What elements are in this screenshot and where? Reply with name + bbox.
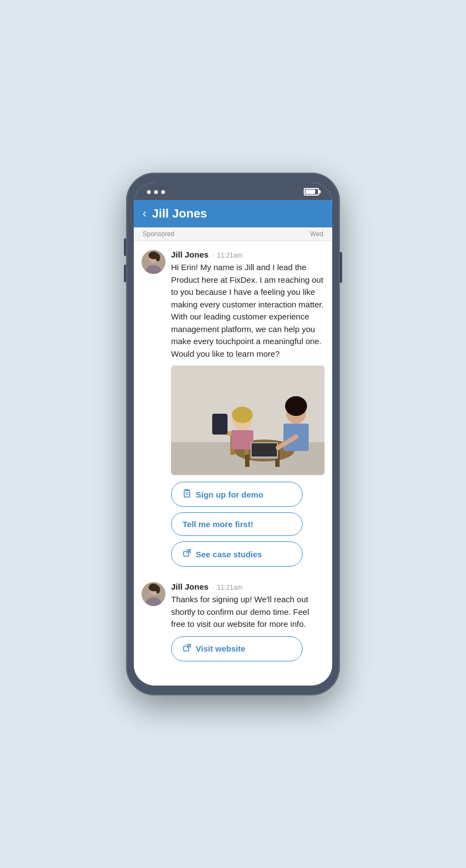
cta-buttons-2: Visit website [171,636,325,661]
clipboard-icon [183,489,191,500]
phone-screen: ‹ Jill Jones Sponsored Wed [134,182,332,686]
message-image-1 [171,366,325,475]
svg-rect-15 [231,430,253,449]
message-block-2: Jill Jones · 11:21am Thanks for signing … [141,582,325,668]
svg-rect-20 [252,443,277,456]
message-meta-1: Jill Jones · 11:21am [171,250,325,259]
phone-frame: ‹ Jill Jones Sponsored Wed [126,173,340,695]
message-body-1: Jill Jones · 11:21am Hi Erin! My name is… [171,250,325,573]
svg-point-4 [156,254,160,261]
external-link-icon-2 [183,643,191,654]
avatar-2 [141,582,166,606]
message-time-1: 11:21am [217,252,243,259]
power-button[interactable] [340,252,342,283]
message-text-1: Hi Erin! My name is Jill and I lead the … [171,261,325,360]
date-label: Wed [310,230,323,238]
cta-buttons-1: Sign up for demo Tell me more first! [171,482,325,567]
visit-website-button[interactable]: Visit website [171,636,303,661]
message-text-2: Thanks for signing up! We'll reach out s… [171,593,325,631]
status-dots [147,190,165,194]
dot-1: · [212,252,213,259]
back-button[interactable]: ‹ [143,208,146,220]
message-body-2: Jill Jones · 11:21am Thanks for signing … [171,582,325,668]
message-meta-2: Jill Jones · 11:21am [171,582,325,591]
external-link-icon-1 [183,549,191,559]
sender-name-2: Jill Jones [171,582,208,591]
volume-up-button[interactable] [124,238,126,256]
status-bar [134,182,332,200]
sender-name-1: Jill Jones [171,250,208,259]
svg-rect-24 [185,489,189,491]
sponsored-label: Sponsored [143,230,174,238]
svg-point-17 [285,396,307,416]
sign-up-demo-button[interactable]: Sign up for demo [171,482,303,507]
svg-rect-21 [212,414,228,435]
battery-icon [304,188,319,196]
volume-down-button[interactable] [124,265,126,282]
visit-website-label: Visit website [196,644,246,653]
message-block-1: Jill Jones · 11:21am Hi Erin! My name is… [141,250,325,573]
message-time-2: 11:21am [217,584,243,591]
tell-me-more-button[interactable]: Tell me more first! [171,512,303,536]
sign-up-demo-label: Sign up for demo [196,490,263,499]
see-case-studies-button[interactable]: See case studies [171,541,303,567]
dot-2: · [212,584,213,591]
see-case-studies-label: See case studies [196,550,262,559]
tell-me-more-label: Tell me more first! [183,519,253,529]
svg-point-14 [232,407,253,423]
app-header: ‹ Jill Jones [134,200,332,227]
svg-point-33 [156,586,160,593]
page-title: Jill Jones [152,207,207,221]
avatar-1 [141,250,166,274]
chat-content: Jill Jones · 11:21am Hi Erin! My name is… [134,241,332,686]
sponsored-bar: Sponsored Wed [134,227,332,241]
